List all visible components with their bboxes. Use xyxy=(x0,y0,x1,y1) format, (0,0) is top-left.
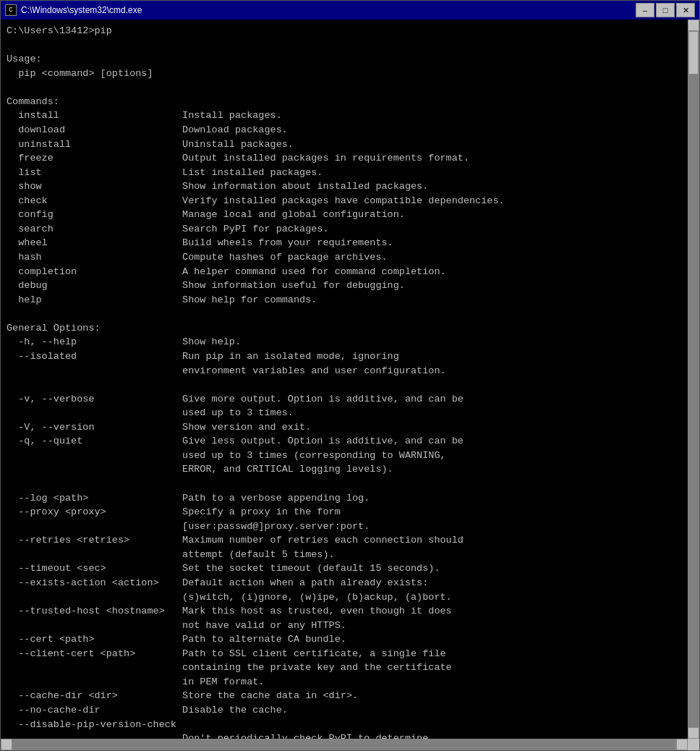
horizontal-scrollbar[interactable]: ◄ ► xyxy=(1,739,699,750)
vertical-scrollbar[interactable]: ▲ ▼ xyxy=(688,20,699,739)
titlebar-buttons: – □ ✕ xyxy=(636,3,695,17)
scroll-left-button[interactable]: ◄ xyxy=(1,739,12,750)
maximize-button[interactable]: □ xyxy=(656,3,675,17)
cmd-icon: C xyxy=(5,4,17,16)
titlebar-left: C C:\Windows\system32\cmd.exe xyxy=(5,4,142,16)
close-button[interactable]: ✕ xyxy=(676,3,695,17)
window-title: C:\Windows\system32\cmd.exe xyxy=(21,5,142,15)
horizontal-scrollbar-track[interactable] xyxy=(12,739,676,750)
minimize-button[interactable]: – xyxy=(636,3,654,17)
scrollbar-corner xyxy=(688,739,699,750)
content-area: C:\Users\13412>pip Usage: pip <command> … xyxy=(1,20,699,739)
scrollbar-track[interactable] xyxy=(688,31,699,727)
scroll-down-button[interactable]: ▼ xyxy=(688,727,699,739)
scrollbar-thumb[interactable] xyxy=(688,31,699,75)
titlebar: C C:\Windows\system32\cmd.exe – □ ✕ xyxy=(1,1,699,20)
scroll-up-button[interactable]: ▲ xyxy=(688,20,699,31)
scroll-right-button[interactable]: ► xyxy=(676,739,688,750)
terminal-output[interactable]: C:\Users\13412>pip Usage: pip <command> … xyxy=(1,20,688,739)
cmd-window: C C:\Windows\system32\cmd.exe – □ ✕ C:\U… xyxy=(0,0,700,751)
